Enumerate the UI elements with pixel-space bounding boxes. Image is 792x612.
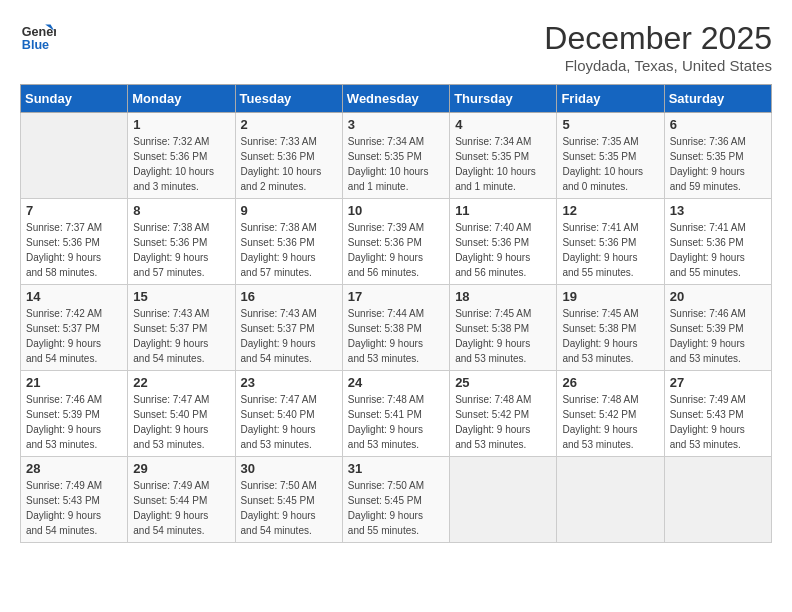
header-day: Friday — [557, 85, 664, 113]
calendar-cell: 10Sunrise: 7:39 AM Sunset: 5:36 PM Dayli… — [342, 199, 449, 285]
logo-icon: General Blue — [20, 20, 56, 56]
day-info: Sunrise: 7:39 AM Sunset: 5:36 PM Dayligh… — [348, 220, 444, 280]
day-number: 20 — [670, 289, 766, 304]
day-number: 19 — [562, 289, 658, 304]
calendar-cell: 7Sunrise: 7:37 AM Sunset: 5:36 PM Daylig… — [21, 199, 128, 285]
header-day: Tuesday — [235, 85, 342, 113]
calendar-cell — [450, 457, 557, 543]
calendar-cell — [21, 113, 128, 199]
calendar-cell: 3Sunrise: 7:34 AM Sunset: 5:35 PM Daylig… — [342, 113, 449, 199]
day-info: Sunrise: 7:33 AM Sunset: 5:36 PM Dayligh… — [241, 134, 337, 194]
calendar-cell: 11Sunrise: 7:40 AM Sunset: 5:36 PM Dayli… — [450, 199, 557, 285]
calendar-cell: 20Sunrise: 7:46 AM Sunset: 5:39 PM Dayli… — [664, 285, 771, 371]
calendar-cell: 4Sunrise: 7:34 AM Sunset: 5:35 PM Daylig… — [450, 113, 557, 199]
day-number: 3 — [348, 117, 444, 132]
day-number: 6 — [670, 117, 766, 132]
day-number: 23 — [241, 375, 337, 390]
calendar-cell: 15Sunrise: 7:43 AM Sunset: 5:37 PM Dayli… — [128, 285, 235, 371]
calendar-body: 1Sunrise: 7:32 AM Sunset: 5:36 PM Daylig… — [21, 113, 772, 543]
day-number: 4 — [455, 117, 551, 132]
day-number: 9 — [241, 203, 337, 218]
calendar-cell: 30Sunrise: 7:50 AM Sunset: 5:45 PM Dayli… — [235, 457, 342, 543]
header-day: Sunday — [21, 85, 128, 113]
day-info: Sunrise: 7:44 AM Sunset: 5:38 PM Dayligh… — [348, 306, 444, 366]
day-info: Sunrise: 7:38 AM Sunset: 5:36 PM Dayligh… — [241, 220, 337, 280]
day-info: Sunrise: 7:46 AM Sunset: 5:39 PM Dayligh… — [670, 306, 766, 366]
location-title: Floydada, Texas, United States — [544, 57, 772, 74]
calendar-cell: 2Sunrise: 7:33 AM Sunset: 5:36 PM Daylig… — [235, 113, 342, 199]
calendar-week-row: 1Sunrise: 7:32 AM Sunset: 5:36 PM Daylig… — [21, 113, 772, 199]
day-number: 26 — [562, 375, 658, 390]
calendar-cell: 12Sunrise: 7:41 AM Sunset: 5:36 PM Dayli… — [557, 199, 664, 285]
day-info: Sunrise: 7:38 AM Sunset: 5:36 PM Dayligh… — [133, 220, 229, 280]
day-info: Sunrise: 7:41 AM Sunset: 5:36 PM Dayligh… — [562, 220, 658, 280]
calendar-cell: 14Sunrise: 7:42 AM Sunset: 5:37 PM Dayli… — [21, 285, 128, 371]
day-number: 24 — [348, 375, 444, 390]
day-info: Sunrise: 7:49 AM Sunset: 5:43 PM Dayligh… — [26, 478, 122, 538]
day-number: 17 — [348, 289, 444, 304]
day-number: 18 — [455, 289, 551, 304]
calendar-cell: 9Sunrise: 7:38 AM Sunset: 5:36 PM Daylig… — [235, 199, 342, 285]
day-number: 7 — [26, 203, 122, 218]
month-title: December 2025 — [544, 20, 772, 57]
day-number: 30 — [241, 461, 337, 476]
day-number: 31 — [348, 461, 444, 476]
calendar-cell: 5Sunrise: 7:35 AM Sunset: 5:35 PM Daylig… — [557, 113, 664, 199]
calendar-cell: 23Sunrise: 7:47 AM Sunset: 5:40 PM Dayli… — [235, 371, 342, 457]
day-number: 10 — [348, 203, 444, 218]
calendar-cell: 18Sunrise: 7:45 AM Sunset: 5:38 PM Dayli… — [450, 285, 557, 371]
title-section: December 2025 Floydada, Texas, United St… — [544, 20, 772, 74]
calendar-cell: 24Sunrise: 7:48 AM Sunset: 5:41 PM Dayli… — [342, 371, 449, 457]
day-number: 15 — [133, 289, 229, 304]
day-number: 29 — [133, 461, 229, 476]
calendar-week-row: 21Sunrise: 7:46 AM Sunset: 5:39 PM Dayli… — [21, 371, 772, 457]
header-day: Saturday — [664, 85, 771, 113]
day-info: Sunrise: 7:34 AM Sunset: 5:35 PM Dayligh… — [455, 134, 551, 194]
calendar-cell: 17Sunrise: 7:44 AM Sunset: 5:38 PM Dayli… — [342, 285, 449, 371]
day-info: Sunrise: 7:34 AM Sunset: 5:35 PM Dayligh… — [348, 134, 444, 194]
day-number: 8 — [133, 203, 229, 218]
calendar-cell: 29Sunrise: 7:49 AM Sunset: 5:44 PM Dayli… — [128, 457, 235, 543]
header-day: Thursday — [450, 85, 557, 113]
day-info: Sunrise: 7:46 AM Sunset: 5:39 PM Dayligh… — [26, 392, 122, 452]
calendar-header: SundayMondayTuesdayWednesdayThursdayFrid… — [21, 85, 772, 113]
page-header: General Blue December 2025 Floydada, Tex… — [20, 20, 772, 74]
day-number: 2 — [241, 117, 337, 132]
day-info: Sunrise: 7:40 AM Sunset: 5:36 PM Dayligh… — [455, 220, 551, 280]
header-day: Monday — [128, 85, 235, 113]
day-info: Sunrise: 7:48 AM Sunset: 5:42 PM Dayligh… — [562, 392, 658, 452]
calendar-week-row: 7Sunrise: 7:37 AM Sunset: 5:36 PM Daylig… — [21, 199, 772, 285]
logo: General Blue — [20, 20, 56, 56]
day-info: Sunrise: 7:45 AM Sunset: 5:38 PM Dayligh… — [455, 306, 551, 366]
day-info: Sunrise: 7:42 AM Sunset: 5:37 PM Dayligh… — [26, 306, 122, 366]
day-info: Sunrise: 7:49 AM Sunset: 5:44 PM Dayligh… — [133, 478, 229, 538]
day-number: 1 — [133, 117, 229, 132]
calendar-cell: 21Sunrise: 7:46 AM Sunset: 5:39 PM Dayli… — [21, 371, 128, 457]
calendar-cell: 16Sunrise: 7:43 AM Sunset: 5:37 PM Dayli… — [235, 285, 342, 371]
calendar-cell: 26Sunrise: 7:48 AM Sunset: 5:42 PM Dayli… — [557, 371, 664, 457]
day-info: Sunrise: 7:47 AM Sunset: 5:40 PM Dayligh… — [133, 392, 229, 452]
day-info: Sunrise: 7:36 AM Sunset: 5:35 PM Dayligh… — [670, 134, 766, 194]
calendar-cell: 28Sunrise: 7:49 AM Sunset: 5:43 PM Dayli… — [21, 457, 128, 543]
calendar-cell: 22Sunrise: 7:47 AM Sunset: 5:40 PM Dayli… — [128, 371, 235, 457]
day-number: 16 — [241, 289, 337, 304]
day-number: 22 — [133, 375, 229, 390]
day-info: Sunrise: 7:49 AM Sunset: 5:43 PM Dayligh… — [670, 392, 766, 452]
calendar-cell: 8Sunrise: 7:38 AM Sunset: 5:36 PM Daylig… — [128, 199, 235, 285]
day-number: 12 — [562, 203, 658, 218]
calendar-cell: 31Sunrise: 7:50 AM Sunset: 5:45 PM Dayli… — [342, 457, 449, 543]
day-info: Sunrise: 7:50 AM Sunset: 5:45 PM Dayligh… — [348, 478, 444, 538]
calendar-cell: 6Sunrise: 7:36 AM Sunset: 5:35 PM Daylig… — [664, 113, 771, 199]
calendar-cell — [557, 457, 664, 543]
calendar-week-row: 28Sunrise: 7:49 AM Sunset: 5:43 PM Dayli… — [21, 457, 772, 543]
day-info: Sunrise: 7:48 AM Sunset: 5:41 PM Dayligh… — [348, 392, 444, 452]
day-number: 13 — [670, 203, 766, 218]
day-number: 27 — [670, 375, 766, 390]
day-info: Sunrise: 7:37 AM Sunset: 5:36 PM Dayligh… — [26, 220, 122, 280]
day-number: 5 — [562, 117, 658, 132]
calendar-cell: 1Sunrise: 7:32 AM Sunset: 5:36 PM Daylig… — [128, 113, 235, 199]
calendar-cell: 27Sunrise: 7:49 AM Sunset: 5:43 PM Dayli… — [664, 371, 771, 457]
day-number: 11 — [455, 203, 551, 218]
header-day: Wednesday — [342, 85, 449, 113]
day-number: 21 — [26, 375, 122, 390]
